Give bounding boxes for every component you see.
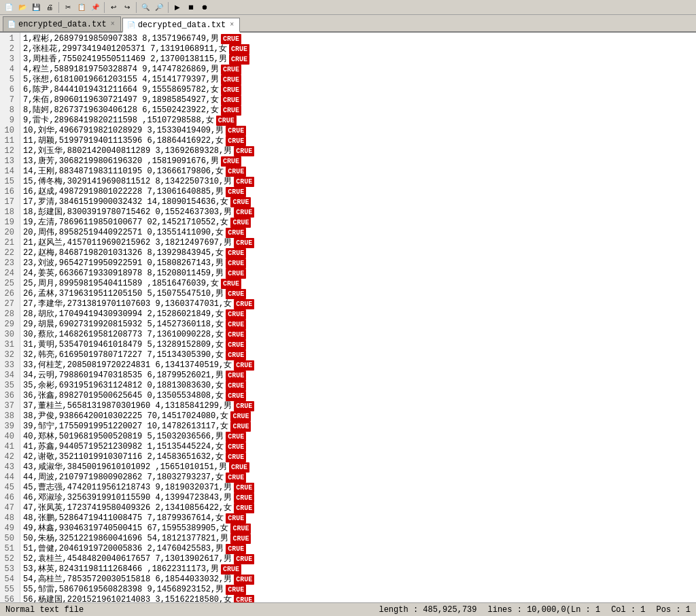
text-line: 10,刘华,49667919821028929 3,15330419409,男C… (23, 126, 693, 136)
main-toolbar: 📄 📂 💾 🖨 ✂ 📋 📌 ↩ ↪ 🔍 🔎 ▶ ⏹ ⏺ (0, 0, 696, 15)
line-text: 49,林鑫,93046319740500415 67,15955389905,女 (23, 524, 228, 534)
line-number: 10 (3, 126, 17, 136)
encrypted-badge: CRUE (226, 269, 246, 279)
pos-info: Pos : 1 (657, 605, 691, 615)
line-number: 14 (3, 167, 17, 177)
tab-encrypted-close[interactable]: × (109, 20, 116, 28)
text-line: 48,张鹏,52864719411008475 7,18799367614,女C… (23, 513, 693, 524)
content-area[interactable]: 1,程彬,26897919850907383 8,13571966749,男CR… (20, 33, 696, 602)
text-line: 19,左清,78696119850100677 02,14521710552,女… (23, 218, 693, 228)
line-text: 30,蔡欣,14682619581208773 7,13610090228,女 (23, 330, 224, 340)
encrypted-badge: CRUE (221, 65, 241, 75)
text-line: 49,林鑫,93046319740500415 67,15955389905,女… (23, 524, 693, 534)
encrypted-badge: CRUE (221, 564, 241, 575)
text-line: 9,雷卡,28968419820211598 ,15107298588,女CRU… (23, 116, 693, 126)
line-text: 4,程兰,58891819750328874 9,14747826869,男 (23, 65, 219, 75)
text-line: 6,陈尹,84441019431211664 9,15558695782,女CR… (23, 85, 693, 95)
tab-decrypted-close[interactable]: × (228, 21, 235, 29)
line-text: 33,何桂芝,20850819720224831 6,13413740519,女 (23, 360, 232, 371)
line-number: 38 (3, 411, 17, 422)
line-number: 49 (3, 524, 17, 534)
line-text: 39,邹宁,17550919951220027 10,14782613117,女 (23, 422, 228, 432)
sep4 (168, 2, 169, 13)
line-text: 18,彭建国,83003919780715462 0,15524637303,男 (23, 207, 232, 218)
cut-btn[interactable]: ✂ (62, 1, 74, 14)
lines-info: lines : 10,000,0(Ln : 1 (488, 605, 601, 615)
line-number: 1 (3, 34, 17, 44)
line-text: 20,周伟,89582519440922571 0,13551411090,女 (23, 228, 224, 238)
encrypted-badge: CRUE (234, 146, 254, 156)
new-file-btn[interactable]: 📄 (3, 1, 15, 14)
find-btn[interactable]: 🔍 (139, 1, 152, 14)
undo-btn[interactable]: ↩ (107, 1, 120, 14)
line-number: 5 (3, 75, 17, 85)
encrypted-badge: CRUE (226, 228, 246, 238)
encrypted-badge: CRUE (221, 105, 241, 116)
line-text: 22,赵梅,84687198201031326 8,13929843945,女 (23, 248, 224, 258)
sep2 (104, 2, 105, 13)
encrypted-badge: CRUE (221, 279, 241, 289)
stop-btn[interactable]: ⏹ (185, 1, 197, 14)
text-line: 32,韩亮,61695019780717227 7,15134305390,女C… (23, 350, 693, 360)
line-number: 45 (3, 483, 17, 493)
encrypted-badge: CRUE (234, 493, 254, 503)
line-number: 39 (3, 422, 17, 432)
line-text: 3,周桂香,75502419550511469 2,13700138115,男 (23, 54, 227, 65)
line-number: 28 (3, 309, 17, 320)
replace-btn[interactable]: 🔎 (153, 1, 165, 14)
encrypted-badge: CRUE (230, 524, 251, 534)
line-text: 25,周月,89959819540411589 ,18516476039,女 (23, 279, 219, 289)
file-type-label: Normal text file (5, 605, 84, 615)
run-btn[interactable]: ▶ (171, 1, 184, 14)
encrypted-badge: CRUE (230, 197, 251, 207)
line-text: 44,周波,21079719800902862 7,18032793237,女 (23, 473, 224, 483)
open-file-btn[interactable]: 📂 (16, 1, 29, 14)
sep3 (136, 2, 137, 13)
encrypted-badge: CRUE (226, 330, 246, 340)
line-text: 21,赵风兰,41570119690215962 3,18212497697,男 (23, 238, 232, 248)
tab-decrypted-icon: 📄 (127, 21, 135, 29)
encrypted-badge: CRUE (221, 34, 241, 44)
length-info: length : 485,925,739 (379, 605, 476, 615)
line-number: 15 (3, 177, 17, 187)
text-line: 4,程兰,58891819750328874 9,14747826869,男CR… (23, 65, 693, 75)
sep1 (58, 2, 59, 13)
text-line: 5,张想,61810019661203155 4,15141779397,男CR… (23, 75, 693, 85)
text-line: 30,蔡欣,14682619581208773 7,13610090228,女C… (23, 330, 693, 340)
line-number: 24 (3, 269, 17, 279)
line-number: 52 (3, 554, 17, 564)
line-number: 40 (3, 432, 17, 442)
line-text: 31,黄明,53547019461018479 5,13289152809,女 (23, 340, 224, 350)
text-line: 12,刘玉华,88021420040811289 3,13692689328,男… (23, 146, 693, 156)
encrypted-badge: CRUE (226, 309, 246, 320)
line-text: 52,袁桂兰,45484820040617657 7,13013902617,男 (23, 554, 232, 564)
text-line: 56,杨建国,22015219610214083 3,15162218580,女… (23, 595, 693, 602)
line-text: 51,曾健,20461919720005836 2,14760425583,男 (23, 544, 224, 554)
text-line: 28,胡欣,17049419430930994 2,15286021849,女C… (23, 309, 693, 320)
encrypted-badge: CRUE (234, 401, 254, 411)
save-btn[interactable]: 💾 (30, 1, 42, 14)
redo-btn[interactable]: ↪ (121, 1, 133, 14)
record-btn[interactable]: ⏺ (198, 1, 211, 14)
line-number: 36 (3, 391, 17, 401)
line-text: 17,罗清,38461519900032432 14,18090154636,女 (23, 197, 228, 207)
text-line: 47,张凤英,17237419580409326 2,13410856422,女… (23, 503, 693, 513)
text-line: 36,张鑫,89827019500625645 0,13505534808,女C… (23, 391, 693, 401)
line-number: 25 (3, 279, 17, 289)
copy-btn[interactable]: 📋 (75, 1, 88, 14)
line-text: 50,朱杨,32512219860041696 54,18121377821,男 (23, 534, 228, 544)
tab-decrypted[interactable]: 📄 decrypted_data.txt × (122, 18, 241, 33)
line-text: 53,林英,82431198111268466 ,18622311173,男 (23, 564, 219, 575)
paste-btn[interactable]: 📌 (89, 1, 101, 14)
encrypted-badge: CRUE (234, 483, 254, 493)
tab-encrypted[interactable]: 📄 encrypted_data.txt × (3, 16, 121, 31)
encrypted-badge: CRUE (226, 544, 246, 554)
text-line: 52,袁桂兰,45484820040617657 7,13013902617,男… (23, 554, 693, 564)
line-text: 34,云明,79886019470318535 6,18799526021,男 (23, 371, 224, 381)
line-number: 8 (3, 105, 17, 116)
line-text: 6,陈尹,84441019431211664 9,15558695782,女 (23, 85, 219, 95)
print-btn[interactable]: 🖨 (44, 1, 56, 14)
line-number: 46 (3, 493, 17, 503)
line-text: 54,高桂兰,78535720030515818 6,18544033032,男 (23, 575, 232, 585)
encrypted-badge: CRUE (226, 442, 246, 452)
